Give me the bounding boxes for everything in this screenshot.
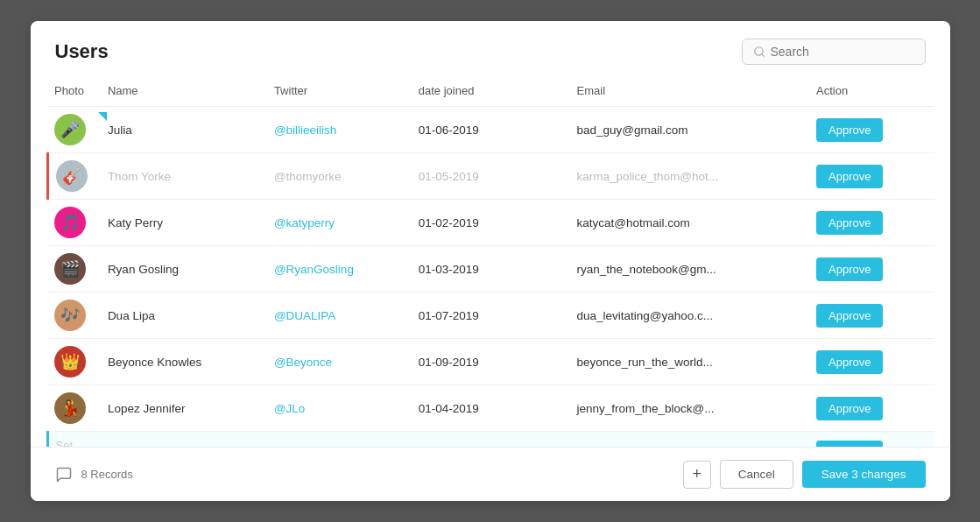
action-cell: Approve — [809, 293, 934, 339]
save-button[interactable]: Save 3 changes — [802, 461, 926, 488]
approve-button[interactable]: Approve — [816, 211, 883, 235]
date-cell: 01-07-2019 — [412, 293, 570, 339]
avatar: 🎤 — [54, 114, 86, 145]
avatar: 🎶 — [54, 300, 86, 331]
date-cell: Set date joined... — [412, 432, 570, 448]
approve-button[interactable]: Approve — [816, 257, 883, 281]
table-row: 🎤 Julia@billieeilish01-06-2019bad_guy@gm… — [47, 107, 934, 153]
date-cell: 01-03-2019 — [412, 246, 570, 293]
table-row: Set photo...Rihanna@rihannaSet date join… — [47, 432, 934, 448]
col-twitter: Twitter — [267, 75, 412, 107]
table-row: 🎬 Ryan Gosling@RyanGosling01-03-2019ryan… — [47, 246, 934, 293]
twitter-cell[interactable]: @RyanGosling — [267, 246, 412, 293]
twitter-cell[interactable]: @Beyonce — [267, 339, 412, 385]
search-box[interactable] — [742, 39, 926, 65]
twitter-link[interactable]: @Beyonce — [274, 356, 332, 369]
table-header-row: Photo Name Twitter date joined Email Act… — [47, 75, 934, 107]
name-cell: Katy Perry — [101, 200, 267, 246]
photo-cell[interactable]: Set photo... — [47, 432, 101, 448]
users-card: Users Photo Name Twitter date joined Ema… — [31, 21, 950, 501]
twitter-cell[interactable]: @JLo — [267, 385, 412, 432]
col-name: Name — [101, 75, 267, 107]
action-cell: Approve — [809, 200, 934, 246]
name-cell: Lopez Jennifer — [101, 385, 267, 432]
svg-line-1 — [761, 54, 764, 57]
cancel-button[interactable]: Cancel — [720, 460, 793, 489]
page-title: Users — [55, 40, 109, 63]
name-cell: Dua Lipa — [101, 293, 267, 339]
twitter-link[interactable]: @JLo — [274, 402, 305, 415]
records-info: 8 Records — [55, 466, 133, 483]
photo-cell: 🎤 — [47, 107, 101, 153]
photo-cell: 🎬 — [47, 246, 101, 293]
email-cell: jenny_from_the_block@... — [570, 385, 810, 432]
date-cell: 01-05-2019 — [412, 153, 570, 200]
table-row: 🎸 Thom Yorke@thomyorke01-05-2019karma_po… — [47, 153, 934, 200]
table-row: 🎵 Katy Perry@katyperry01-02-2019katycat@… — [47, 200, 934, 246]
footer-actions: + Cancel Save 3 changes — [683, 460, 926, 489]
name-cell: Ryan Gosling — [101, 246, 267, 293]
twitter-link[interactable]: @katyperry — [274, 216, 335, 229]
avatar: 🎬 — [54, 253, 86, 285]
date-cell: 01-02-2019 — [412, 200, 570, 246]
email-cell: katycat@hotmail.com — [570, 200, 810, 246]
col-email: Email — [570, 75, 810, 107]
approve-button[interactable]: Approve — [816, 118, 883, 142]
avatar: 🎸 — [56, 160, 88, 192]
twitter-cell[interactable]: @thomyorke — [267, 153, 412, 200]
col-date: date joined — [412, 75, 570, 107]
email-cell: karma_police_thom@hot... — [570, 153, 810, 200]
approve-button[interactable]: Approve — [816, 397, 883, 420]
action-cell: Approve — [809, 107, 934, 153]
email-cell: bad_guy@gmail.com — [570, 107, 810, 153]
search-input[interactable] — [771, 45, 914, 59]
twitter-link[interactable]: @DUALIPA — [274, 309, 335, 322]
action-cell: Approve — [809, 339, 934, 385]
twitter-link[interactable]: @billieeilish — [274, 123, 336, 137]
date-cell: 01-09-2019 — [412, 339, 570, 385]
col-action: Action — [809, 75, 934, 107]
date-cell: 01-04-2019 — [412, 385, 570, 432]
table-row: 💃 Lopez Jennifer@JLo01-04-2019jenny_from… — [47, 385, 934, 432]
users-table: Photo Name Twitter date joined Email Act… — [46, 75, 934, 447]
date-cell: 01-06-2019 — [412, 107, 570, 153]
approve-button[interactable]: Approve — [816, 304, 883, 328]
col-photo: Photo — [47, 75, 101, 107]
table-row: 🎶 Dua Lipa@DUALIPA01-07-2019dua_levitati… — [47, 293, 934, 339]
approve-button[interactable]: Approve — [816, 350, 883, 374]
name-cell: Thom Yorke — [101, 153, 267, 200]
approve-button[interactable]: Approve — [816, 165, 883, 188]
twitter-link[interactable]: @RyanGosling — [274, 263, 354, 276]
add-button[interactable]: + — [683, 461, 711, 489]
action-cell: Approve — [809, 246, 934, 293]
set-photo-placeholder: Set photo... — [56, 439, 94, 447]
records-count: 8 Records — [81, 468, 133, 481]
table-container: Photo Name Twitter date joined Email Act… — [31, 75, 950, 447]
photo-cell: 🎸 — [47, 153, 101, 200]
photo-cell: 💃 — [47, 385, 101, 432]
email-cell: ryan_the_notebook@gm... — [570, 246, 810, 293]
approve-button[interactable]: Approve — [816, 441, 883, 448]
name-cell: Beyonce Knowles — [101, 339, 267, 385]
card-footer: 8 Records + Cancel Save 3 changes — [31, 447, 950, 501]
photo-cell: 🎶 — [47, 293, 101, 339]
email-cell: dua_levitating@yahoo.c... — [570, 293, 810, 339]
action-cell: Approve — [809, 385, 934, 432]
search-icon — [753, 46, 765, 58]
twitter-cell[interactable]: @DUALIPA — [267, 293, 412, 339]
email-cell: Set email... — [570, 432, 810, 448]
twitter-cell[interactable]: @katyperry — [267, 200, 412, 246]
twitter-cell[interactable]: @rihanna — [267, 432, 412, 448]
email-cell: beyonce_run_the_world... — [570, 339, 810, 385]
action-cell: Approve — [809, 432, 934, 448]
avatar: 🎵 — [54, 207, 86, 238]
twitter-link[interactable]: @thomyorke — [274, 170, 342, 183]
table-row: 👑 Beyonce Knowles@Beyonce01-09-2019beyon… — [47, 339, 934, 385]
photo-cell: 🎵 — [47, 200, 101, 246]
avatar: 👑 — [54, 346, 86, 377]
avatar: 💃 — [54, 392, 86, 424]
card-header: Users — [31, 21, 950, 75]
name-cell: Rihanna — [101, 432, 267, 448]
twitter-cell[interactable]: @billieeilish — [267, 107, 412, 153]
action-cell: Approve — [809, 153, 934, 200]
